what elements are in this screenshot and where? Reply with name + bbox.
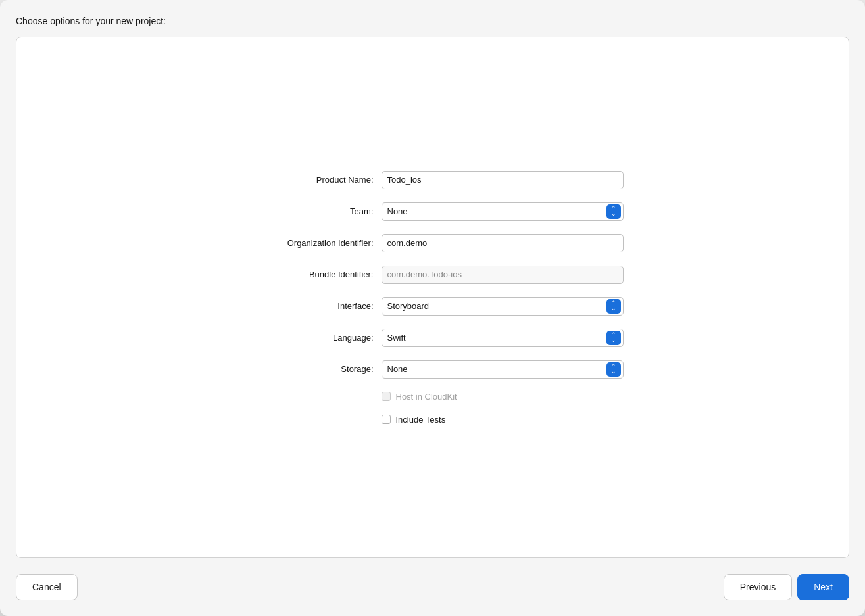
bundle-id-row: Bundle Identifier: — [242, 266, 624, 284]
product-name-row: Product Name: — [242, 171, 624, 189]
storage-select[interactable]: None Core Data SwiftData — [382, 360, 624, 379]
include-tests-checkbox[interactable] — [382, 415, 391, 424]
storage-select-wrapper: None Core Data SwiftData — [382, 360, 624, 379]
team-row: Team: None Add an Account... — [242, 202, 624, 221]
dialog-header: Choose options for your new project: — [16, 16, 849, 26]
next-button[interactable]: Next — [797, 574, 849, 600]
interface-select-wrapper: Storyboard SwiftUI — [382, 297, 624, 316]
dialog-footer: Cancel Previous Next — [16, 571, 849, 600]
language-row: Language: Swift Objective-C — [242, 329, 624, 347]
new-project-dialog: Choose options for your new project: Pro… — [0, 0, 865, 616]
language-select[interactable]: Swift Objective-C — [382, 329, 624, 347]
host-in-cloudkit-row: Host in CloudKit — [382, 392, 624, 402]
interface-select[interactable]: Storyboard SwiftUI — [382, 297, 624, 316]
host-in-cloudkit-checkbox[interactable] — [382, 392, 391, 401]
include-tests-label: Include Tests — [396, 415, 446, 425]
bundle-id-label: Bundle Identifier: — [242, 270, 374, 279]
footer-left: Cancel — [16, 574, 78, 600]
team-select-wrapper: None Add an Account... — [382, 202, 624, 221]
include-tests-row: Include Tests — [382, 415, 624, 425]
cancel-button[interactable]: Cancel — [16, 574, 78, 600]
storage-label: Storage: — [242, 364, 374, 374]
language-label: Language: — [242, 333, 374, 343]
interface-row: Interface: Storyboard SwiftUI — [242, 297, 624, 316]
interface-label: Interface: — [242, 301, 374, 311]
storage-row: Storage: None Core Data SwiftData — [242, 360, 624, 379]
content-area: Product Name: Team: None Add an Account.… — [16, 37, 849, 558]
footer-right: Previous Next — [724, 574, 849, 600]
language-select-wrapper: Swift Objective-C — [382, 329, 624, 347]
org-id-input[interactable] — [382, 234, 624, 252]
form-container: Product Name: Team: None Add an Account.… — [242, 171, 624, 425]
team-label: Team: — [242, 206, 374, 216]
host-in-cloudkit-label: Host in CloudKit — [396, 392, 457, 402]
bundle-id-input — [382, 266, 624, 284]
org-id-label: Organization Identifier: — [242, 238, 374, 248]
product-name-input[interactable] — [382, 171, 624, 189]
org-id-row: Organization Identifier: — [242, 234, 624, 252]
product-name-label: Product Name: — [242, 175, 374, 185]
team-select[interactable]: None Add an Account... — [382, 202, 624, 221]
previous-button[interactable]: Previous — [724, 574, 792, 600]
